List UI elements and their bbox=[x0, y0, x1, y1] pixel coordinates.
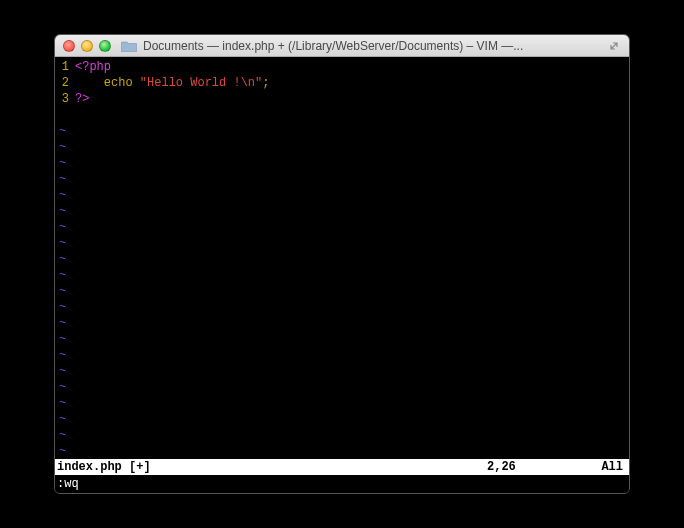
status-position: 2,26 bbox=[487, 460, 587, 474]
empty-line-tilde: ~ bbox=[55, 283, 629, 299]
titlebar[interactable]: Documents — index.php + (/Library/WebSer… bbox=[55, 35, 629, 57]
empty-line-tilde: ~ bbox=[55, 155, 629, 171]
empty-line-tilde: ~ bbox=[55, 427, 629, 443]
empty-line-tilde: ~ bbox=[55, 235, 629, 251]
status-filename: index.php [+] bbox=[57, 460, 487, 474]
line-number: 1 bbox=[55, 59, 75, 75]
empty-line-tilde: ~ bbox=[55, 331, 629, 347]
empty-line-tilde: ~ bbox=[55, 379, 629, 395]
code-content: echo "Hello World !\n"; bbox=[75, 75, 269, 91]
line-number: 2 bbox=[55, 75, 75, 91]
command-text: :wq bbox=[57, 477, 79, 491]
status-bar: index.php [+] 2,26 All bbox=[55, 459, 629, 475]
command-line[interactable]: :wq bbox=[55, 475, 629, 493]
zoom-icon[interactable] bbox=[99, 40, 111, 52]
code-content: ?> bbox=[75, 91, 89, 107]
code-line[interactable]: 2 echo "Hello World !\n"; bbox=[55, 75, 629, 91]
empty-line-tilde: ~ bbox=[55, 443, 629, 459]
empty-line-tilde: ~ bbox=[55, 363, 629, 379]
window-title: Documents — index.php + (/Library/WebSer… bbox=[143, 39, 607, 53]
empty-line-tilde: ~ bbox=[55, 171, 629, 187]
empty-line-tilde: ~ bbox=[55, 347, 629, 363]
minimize-icon[interactable] bbox=[81, 40, 93, 52]
empty-line-tilde: ~ bbox=[55, 219, 629, 235]
empty-line-tilde: ~ bbox=[55, 203, 629, 219]
code-line[interactable]: 1<?php bbox=[55, 59, 629, 75]
empty-line-tilde: ~ bbox=[55, 411, 629, 427]
expand-icon[interactable] bbox=[607, 39, 621, 53]
traffic-lights bbox=[63, 40, 111, 52]
terminal-window: Documents — index.php + (/Library/WebSer… bbox=[54, 34, 630, 494]
line-number: 3 bbox=[55, 91, 75, 107]
empty-line-tilde: ~ bbox=[55, 251, 629, 267]
status-scroll: All bbox=[587, 460, 627, 474]
empty-line-tilde: ~ bbox=[55, 139, 629, 155]
empty-line-tilde: ~ bbox=[55, 123, 629, 139]
empty-line-tilde: ~ bbox=[55, 299, 629, 315]
close-icon[interactable] bbox=[63, 40, 75, 52]
empty-line-tilde: ~ bbox=[55, 315, 629, 331]
code-line[interactable]: 3?> bbox=[55, 91, 629, 107]
empty-line-tilde: ~ bbox=[55, 395, 629, 411]
empty-line-tilde: ~ bbox=[55, 187, 629, 203]
folder-icon bbox=[121, 40, 137, 52]
editor-area[interactable]: 1<?php2 echo "Hello World !\n";3?> ~~~~~… bbox=[55, 57, 629, 459]
code-content: <?php bbox=[75, 59, 111, 75]
empty-line-tilde: ~ bbox=[55, 267, 629, 283]
